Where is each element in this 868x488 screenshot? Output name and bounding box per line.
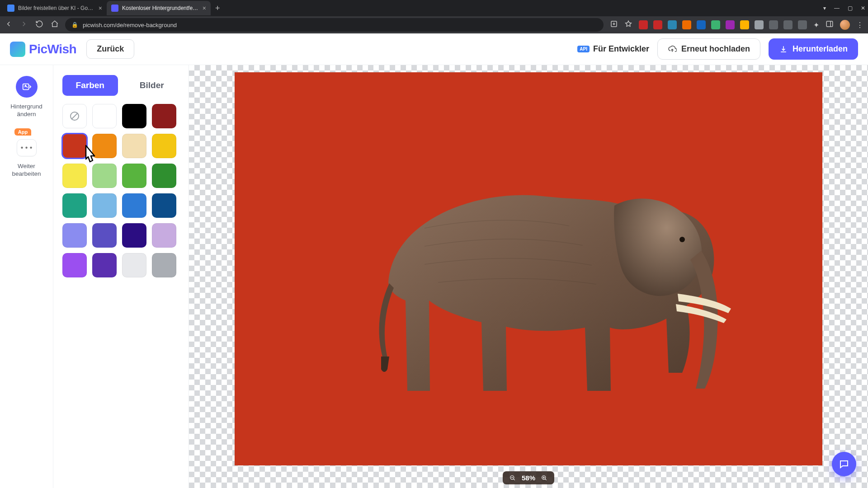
svg-rect-2	[23, 84, 28, 90]
logo[interactable]: PicWish	[10, 42, 76, 57]
color-swatch[interactable]	[62, 134, 87, 158]
color-swatch[interactable]	[122, 164, 146, 188]
color-swatch[interactable]	[92, 104, 117, 128]
window-controls: ▾ — ▢ ✕	[823, 0, 865, 16]
browser-chrome: Bilder freistellen über KI - Googl × Kos…	[0, 0, 868, 33]
url-text: picwish.com/de/remove-background	[83, 22, 177, 28]
subject-image[interactable]	[334, 138, 732, 409]
extension-icon[interactable]	[711, 20, 720, 29]
color-swatch[interactable]	[122, 134, 146, 158]
extension-icon[interactable]	[755, 20, 764, 29]
color-swatch[interactable]	[152, 104, 176, 128]
for-developers-label: Für Entwickler	[593, 44, 649, 54]
forward-icon[interactable]	[20, 20, 28, 30]
svg-point-5	[679, 237, 685, 242]
download-label: Herunterladen	[793, 44, 848, 54]
color-swatch[interactable]	[152, 164, 176, 188]
install-app-icon[interactable]	[610, 20, 618, 30]
reload-icon[interactable]	[35, 20, 43, 30]
logo-mark-icon	[10, 42, 25, 57]
zoom-value: 58%	[522, 474, 535, 482]
svg-rect-1	[826, 21, 833, 27]
extension-icon[interactable]	[783, 20, 793, 29]
color-swatch[interactable]	[122, 193, 146, 218]
avatar-icon[interactable]	[840, 20, 850, 30]
tab-images[interactable]: Bilder	[124, 75, 180, 96]
maximize-icon[interactable]: ▢	[848, 5, 853, 11]
extension-icon[interactable]	[740, 20, 749, 29]
change-background-label: Hintergrundändern	[10, 103, 42, 118]
tab-title: Bilder freistellen über KI - Googl	[18, 5, 95, 11]
nav-icons	[5, 20, 59, 30]
zoom-out-icon[interactable]	[509, 474, 516, 482]
minimize-icon[interactable]: —	[834, 5, 840, 11]
zoom-in-icon[interactable]	[541, 474, 548, 482]
tab-strip: Bilder freistellen über KI - Googl × Kos…	[0, 0, 868, 16]
browser-tab[interactable]: Kostenloser Hintergrundentferne ×	[107, 1, 211, 15]
new-tab-button[interactable]: +	[211, 4, 225, 13]
lock-icon: 🔒	[71, 22, 78, 28]
app-badge: App	[14, 128, 31, 136]
svg-point-3	[25, 85, 26, 86]
extension-icon[interactable]	[668, 20, 677, 29]
address-bar: 🔒 picwish.com/de/remove-background ✦ ⋮	[0, 16, 868, 33]
background-panel: Farben Bilder	[53, 65, 189, 488]
color-swatch[interactable]	[122, 223, 146, 248]
app-header: PicWish Zurück API Für Entwickler Erneut…	[0, 33, 868, 65]
side-panel-icon[interactable]	[826, 20, 834, 30]
color-swatch[interactable]	[92, 134, 117, 158]
chevron-down-icon[interactable]: ▾	[823, 5, 826, 11]
extensions-icon[interactable]: ✦	[813, 21, 819, 29]
extension-icon[interactable]	[653, 20, 662, 29]
color-swatch[interactable]	[152, 134, 176, 158]
extension-icons	[639, 20, 807, 29]
extension-icon[interactable]	[697, 20, 706, 29]
download-button[interactable]: Herunterladen	[769, 38, 858, 60]
browser-tab[interactable]: Bilder freistellen über KI - Googl ×	[3, 1, 107, 15]
extension-icon[interactable]	[682, 20, 691, 29]
extension-icon[interactable]	[639, 20, 648, 29]
canvas-area[interactable]: 58%	[189, 65, 868, 488]
artboard[interactable]	[235, 72, 822, 465]
extension-icon[interactable]	[798, 20, 807, 29]
tab-colors[interactable]: Farben	[62, 75, 118, 96]
back-button[interactable]: Zurück	[86, 39, 134, 59]
url-field[interactable]: 🔒 picwish.com/de/remove-background	[65, 18, 604, 32]
chat-fab[interactable]	[832, 452, 856, 476]
reupload-button[interactable]: Erneut hochladen	[657, 38, 760, 60]
left-rail: Hintergrundändern App • • • Weiterbearbe…	[0, 65, 53, 488]
more-tools-button[interactable]: • • •	[17, 139, 37, 156]
tab-favicon	[111, 5, 118, 12]
color-swatch[interactable]	[62, 193, 87, 218]
close-icon[interactable]: ×	[99, 5, 102, 12]
swatch-transparent[interactable]	[62, 104, 87, 128]
color-swatch[interactable]	[62, 164, 87, 188]
color-swatch[interactable]	[152, 193, 176, 218]
extension-icon[interactable]	[769, 20, 778, 29]
tab-title: Kostenloser Hintergrundentferne	[122, 5, 199, 11]
close-icon[interactable]: ×	[203, 5, 206, 12]
upload-icon	[668, 45, 677, 54]
color-swatch[interactable]	[92, 193, 117, 218]
color-swatch[interactable]	[92, 253, 117, 277]
main: Hintergrundändern App • • • Weiterbearbe…	[0, 65, 868, 488]
color-swatch[interactable]	[152, 253, 176, 277]
further-edit-label: Weiterbearbeiten	[12, 163, 41, 178]
for-developers-link[interactable]: API Für Entwickler	[577, 44, 649, 54]
color-swatch[interactable]	[92, 223, 117, 248]
color-swatch[interactable]	[122, 253, 146, 277]
home-icon[interactable]	[51, 20, 59, 30]
back-icon[interactable]	[5, 20, 13, 30]
color-swatch[interactable]	[92, 164, 117, 188]
logo-text: PicWish	[29, 42, 76, 56]
change-background-button[interactable]	[16, 76, 38, 98]
bookmark-star-icon[interactable]	[624, 20, 632, 30]
color-swatch[interactable]	[122, 104, 146, 128]
close-window-icon[interactable]: ✕	[861, 5, 865, 11]
extension-icon[interactable]	[726, 20, 735, 29]
color-swatch[interactable]	[62, 253, 87, 277]
color-swatch[interactable]	[152, 223, 176, 248]
panel-tabs: Farben Bilder	[62, 75, 179, 96]
color-swatch[interactable]	[62, 223, 87, 248]
kebab-menu-icon[interactable]: ⋮	[856, 21, 863, 29]
